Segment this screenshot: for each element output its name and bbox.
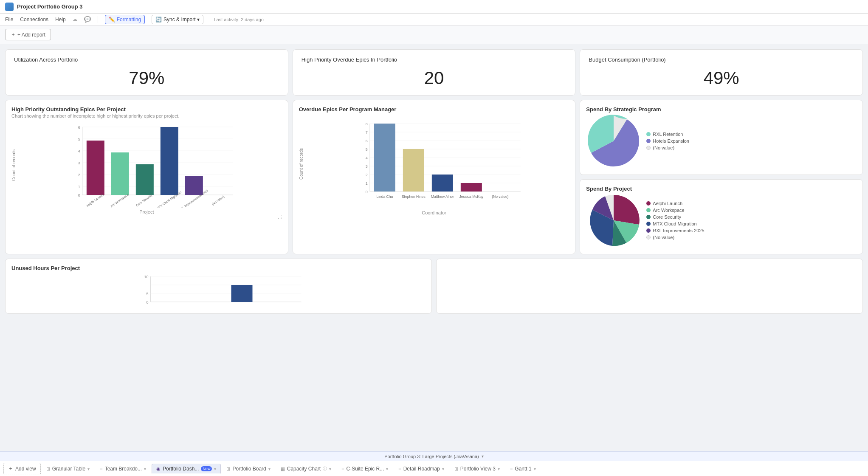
roadmap-icon: ≡ xyxy=(398,466,401,471)
dash-icon: ◉ xyxy=(156,466,161,472)
tab-detail-roadmap[interactable]: ≡ Detail Roadmap ▾ xyxy=(394,464,448,473)
view3-icon: ⊞ xyxy=(454,466,458,472)
bar-chart-1-svg: 6 5 4 3 2 1 0 xyxy=(19,123,282,208)
bar-chart-1-y-label: Count of records xyxy=(11,149,16,181)
menu-help[interactable]: Help xyxy=(55,17,66,23)
pie-chart-1-svg xyxy=(586,113,641,169)
legend-dot-arc xyxy=(646,208,651,212)
dashboard: Utilization Across Portfolio 79% High Pr… xyxy=(0,44,868,465)
tab-portfolio-board[interactable]: ⊞ Portfolio Board ▾ xyxy=(222,464,275,473)
top-bar: Project Portfolio Group 3 xyxy=(0,0,868,14)
menu-divider xyxy=(98,16,98,23)
capacity-icon: ▦ xyxy=(281,466,285,472)
tab-team-breakdown[interactable]: ≡ Team Breakdo... ▾ xyxy=(95,464,151,473)
unused-hours-svg: 10 5 0 xyxy=(11,272,426,306)
pie-chart-1-title: Spend By Strategic Program xyxy=(586,106,857,113)
plus-tab-icon: ＋ xyxy=(8,465,13,472)
svg-text:0: 0 xyxy=(146,300,148,304)
bar-chart-2-y-label: Count of records xyxy=(299,148,304,180)
pie-chart-2-container: Aelphi Launch Arc Workspace Core Securit… xyxy=(586,193,857,248)
last-activity: Last activity: 2 days ago xyxy=(214,17,263,22)
menu-connections[interactable]: Connections xyxy=(20,17,48,23)
tab-dropdown-icon-6[interactable]: ▾ xyxy=(386,467,388,471)
tab-portfolio-dash[interactable]: ◉ Portfolio Dash... New ▾ xyxy=(152,464,221,473)
report-bar: ＋ + Add report xyxy=(0,25,868,44)
svg-rect-47 xyxy=(403,149,424,192)
legend-dot-aelphi xyxy=(646,201,651,206)
sync-button[interactable]: 🔄 Sync & Import ▾ xyxy=(152,15,203,24)
pie-chart-2-title: Spend By Project xyxy=(586,186,857,192)
tab-csuite-epic[interactable]: ≡ C-Suite Epic R... ▾ xyxy=(337,464,393,473)
gantt-icon: ≡ xyxy=(510,466,513,471)
stat-title-overdue: High Priority Overdue Epics In Portfolio xyxy=(302,56,567,63)
tab-portfolio-view-3[interactable]: ⊞ Portfolio View 3 ▾ xyxy=(450,464,504,473)
legend-item-aelphi: Aelphi Launch xyxy=(646,201,704,206)
legend-item-rxl-retention: RXL Retention xyxy=(646,132,689,137)
add-view-tab[interactable]: ＋ Add view xyxy=(3,463,41,474)
add-report-button[interactable]: ＋ + Add report xyxy=(5,29,51,40)
svg-rect-46 xyxy=(374,124,395,192)
svg-rect-48 xyxy=(431,175,453,192)
svg-rect-19 xyxy=(185,176,203,195)
svg-text:Aelphi Launch: Aelphi Launch xyxy=(85,193,104,208)
svg-text:3: 3 xyxy=(365,164,367,169)
pie-section: Spend By Strategic Program xyxy=(580,100,863,254)
new-badge: New xyxy=(201,466,212,471)
svg-text:Jessica McKay: Jessica McKay xyxy=(459,194,483,199)
tab-dropdown-icon-7[interactable]: ▾ xyxy=(442,467,444,471)
empty-bottom-card xyxy=(436,259,863,314)
menu-file[interactable]: File xyxy=(5,17,13,23)
legend-dot-core-security xyxy=(646,215,651,219)
bar-chart-1-title: High Priority Outstanding Epics Per Proj… xyxy=(11,106,282,113)
formatting-icon: ✏️ xyxy=(109,17,115,23)
legend-dot-pie2-novalue xyxy=(646,235,651,239)
formatting-button[interactable]: ✏️ Formatting xyxy=(105,15,145,24)
svg-rect-18 xyxy=(161,127,178,195)
svg-text:10: 10 xyxy=(144,275,148,279)
bottom-row: Unused Hours Per Project 10 5 0 xyxy=(5,259,863,314)
svg-text:1: 1 xyxy=(78,185,80,189)
status-dropdown-icon[interactable]: ▾ xyxy=(482,454,484,459)
tab-dropdown-icon-2[interactable]: ▾ xyxy=(144,467,146,471)
legend-dot-rxl xyxy=(646,228,651,233)
plus-icon: ＋ xyxy=(11,31,16,38)
stat-title-budget: Budget Consumption (Portfolio) xyxy=(589,56,854,63)
svg-text:7: 7 xyxy=(365,130,367,135)
tab-dropdown-icon-4[interactable]: ▾ xyxy=(268,467,271,471)
tab-granular-table[interactable]: ⊞ Granular Table ▾ xyxy=(42,464,95,473)
svg-rect-16 xyxy=(111,152,129,195)
tab-dropdown-icon-9[interactable]: ▾ xyxy=(534,467,536,471)
stat-value-utilization: 79% xyxy=(14,68,279,88)
sync-dropdown-icon[interactable]: ▾ xyxy=(197,17,200,23)
tab-gantt-1[interactable]: ≡ Gantt 1 ▾ xyxy=(505,464,541,473)
expand-icon[interactable]: ⛶ xyxy=(11,214,282,219)
svg-text:8: 8 xyxy=(365,122,367,126)
pie-chart-1-container: RXL Retention Hotels Expansion (No value… xyxy=(586,113,857,169)
tab-dropdown-icon-5[interactable]: ▾ xyxy=(329,467,331,471)
tab-capacity-chart[interactable]: ▦ Capacity Chart ⓘ ▾ xyxy=(276,464,336,473)
legend-item-pie2-novalue: (No value) xyxy=(646,235,704,240)
bar-chart-2-card: Overdue Epics Per Program Manager Count … xyxy=(293,100,576,254)
svg-text:Matthew Alnor: Matthew Alnor xyxy=(431,194,454,199)
bar-chart-1-card: High Priority Outstanding Epics Per Proj… xyxy=(5,100,288,254)
info-icon: ⓘ xyxy=(323,466,327,472)
legend-dot-hotels-expansion xyxy=(646,139,651,143)
sync-icon: 🔄 xyxy=(155,17,162,23)
tab-dropdown-icon-3[interactable]: ▾ xyxy=(214,467,216,471)
legend-dot-pie1-novalue xyxy=(646,146,651,150)
tab-dropdown-icon[interactable]: ▾ xyxy=(87,467,90,471)
app-icon xyxy=(5,3,14,11)
svg-text:(No value): (No value) xyxy=(211,194,225,206)
svg-rect-49 xyxy=(460,183,482,192)
tab-dropdown-icon-8[interactable]: ▾ xyxy=(498,467,500,471)
svg-text:4: 4 xyxy=(78,149,80,153)
unused-hours-title: Unused Hours Per Project xyxy=(11,265,426,271)
bar-chart-2-svg: 8 7 6 5 4 3 2 1 0 xyxy=(306,119,569,208)
svg-rect-64 xyxy=(231,285,253,302)
legend-item-pie1-novalue: (No value) xyxy=(646,145,689,150)
board-icon: ⊞ xyxy=(226,466,230,472)
bar-chart-2-x-label: Coordinator xyxy=(299,210,569,215)
legend-item-arc: Arc Workspace xyxy=(646,208,704,213)
stats-row: Utilization Across Portfolio 79% High Pr… xyxy=(5,49,863,96)
stat-card-overdue: High Priority Overdue Epics In Portfolio… xyxy=(293,49,576,96)
